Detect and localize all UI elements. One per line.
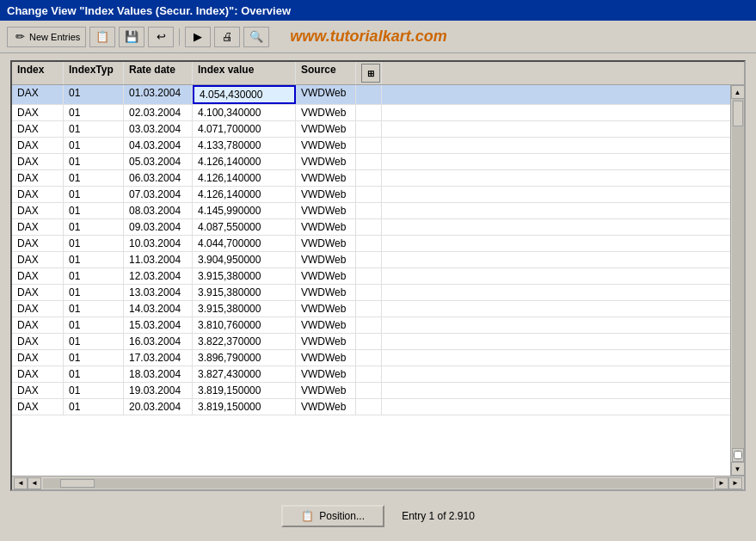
table-row[interactable]: DAX 01 15.03.2004 3.810,760000 VWDWeb	[12, 317, 730, 334]
cell-icon	[356, 334, 382, 349]
cell-icon	[356, 203, 382, 218]
table-row[interactable]: DAX 01 01.03.2004 4.054,430000 VWDWeb	[12, 85, 730, 105]
cell-source: VWDWeb	[296, 285, 356, 300]
scroll-down-button[interactable]: ▼	[731, 462, 745, 476]
cell-ratedate: 20.03.2004	[124, 399, 193, 415]
col-header-index: Index	[12, 62, 64, 84]
cell-indextyp: 01	[64, 85, 124, 104]
find-button[interactable]: 🔍	[243, 27, 269, 47]
table-row[interactable]: DAX 01 03.03.2004 4.071,700000 VWDWeb	[12, 121, 730, 138]
cell-ratedate: 16.03.2004	[124, 334, 193, 349]
execute-icon: ▶	[191, 30, 205, 44]
hscroll-prev-button[interactable]: ◄	[28, 477, 41, 489]
table-row[interactable]: DAX 01 19.03.2004 3.819,150000 VWDWeb	[12, 383, 730, 399]
column-chooser-button[interactable]: ⊞	[361, 64, 380, 83]
cell-source: VWDWeb	[296, 366, 356, 382]
cell-indextyp: 01	[64, 219, 124, 235]
cell-index: DAX	[12, 138, 64, 153]
new-entries-button[interactable]: ✏ New Entries	[7, 27, 86, 47]
cell-icon	[356, 268, 382, 284]
cell-source: VWDWeb	[296, 154, 356, 169]
position-button[interactable]: 📋 Position...	[281, 505, 384, 527]
scroll-checkbox[interactable]	[734, 451, 742, 459]
table-row[interactable]: DAX 01 14.03.2004 3.915,380000 VWDWeb	[12, 301, 730, 317]
table-row[interactable]: DAX 01 05.03.2004 4.126,140000 VWDWeb	[12, 154, 730, 170]
cell-source: VWDWeb	[296, 219, 356, 235]
table-row[interactable]: DAX 01 08.03.2004 4.145,990000 VWDWeb	[12, 203, 730, 219]
cell-indextyp: 01	[64, 203, 124, 218]
cell-indexvalue: 3.819,150000	[193, 383, 296, 398]
cell-indexvalue: 3.915,380000	[193, 268, 296, 284]
col-header-source: Source	[296, 62, 356, 84]
cell-indextyp: 01	[64, 285, 124, 300]
cell-index: DAX	[12, 285, 64, 300]
new-entries-label: New Entries	[29, 32, 80, 42]
cell-indexvalue: 4.133,780000	[193, 138, 296, 153]
table-row[interactable]: DAX 01 10.03.2004 4.044,700000 VWDWeb	[12, 236, 730, 252]
cell-icon	[356, 170, 382, 186]
copy-button[interactable]: 📋	[89, 27, 115, 47]
cell-ratedate: 17.03.2004	[124, 350, 193, 366]
scrollbar-header-space	[382, 62, 396, 84]
cell-index: DAX	[12, 105, 64, 120]
cell-icon	[356, 236, 382, 251]
cell-source: VWDWeb	[296, 85, 356, 104]
table-row[interactable]: DAX 01 07.03.2004 4.126,140000 VWDWeb	[12, 187, 730, 203]
hscroll-right-button[interactable]: ►	[728, 477, 742, 489]
cell-source: VWDWeb	[296, 105, 356, 120]
table-row[interactable]: DAX 01 20.03.2004 3.819,150000 VWDWeb	[12, 399, 730, 415]
print-button[interactable]: 🖨	[214, 27, 240, 47]
hscroll-thumb[interactable]	[60, 479, 95, 488]
table-row[interactable]: DAX 01 11.03.2004 3.904,950000 VWDWeb	[12, 252, 730, 268]
cell-icon	[356, 366, 382, 382]
cell-icon	[356, 85, 382, 104]
scroll-up-button[interactable]: ▲	[731, 85, 745, 99]
scroll-thumb[interactable]	[733, 101, 743, 126]
cell-index: DAX	[12, 268, 64, 284]
table-row[interactable]: DAX 01 06.03.2004 4.126,140000 VWDWeb	[12, 170, 730, 187]
table-row[interactable]: DAX 01 18.03.2004 3.827,430000 VWDWeb	[12, 366, 730, 383]
cell-source: VWDWeb	[296, 268, 356, 284]
cell-ratedate: 01.03.2004	[124, 85, 193, 104]
cell-ratedate: 19.03.2004	[124, 383, 193, 398]
hscroll-left-button[interactable]: ◄	[14, 477, 28, 489]
execute-button[interactable]: ▶	[185, 27, 211, 47]
cell-ratedate: 03.03.2004	[124, 121, 193, 137]
cell-icon	[356, 105, 382, 120]
cell-indexvalue: 4.145,990000	[193, 203, 296, 218]
back-icon: ↩	[154, 30, 168, 44]
cell-index: DAX	[12, 170, 64, 186]
cell-icon	[356, 317, 382, 333]
table-row[interactable]: DAX 01 12.03.2004 3.915,380000 VWDWeb	[12, 268, 730, 285]
data-table: Index IndexTyp Rate date Index value Sou…	[10, 60, 746, 491]
table-row[interactable]: DAX 01 04.03.2004 4.133,780000 VWDWeb	[12, 138, 730, 154]
table-body: DAX 01 01.03.2004 4.054,430000 VWDWeb DA…	[12, 85, 744, 476]
cell-indexvalue: 3.827,430000	[193, 366, 296, 382]
cell-icon	[356, 252, 382, 267]
title-bar: Change View "Index Values (Secur. Index)…	[0, 0, 756, 21]
col-header-indextyp: IndexTyp	[64, 62, 124, 84]
print-icon: 🖨	[220, 30, 234, 44]
table-row[interactable]: DAX 01 17.03.2004 3.896,790000 VWDWeb	[12, 350, 730, 366]
table-row[interactable]: DAX 01 09.03.2004 4.087,550000 VWDWeb	[12, 219, 730, 236]
cell-icon	[356, 285, 382, 300]
table-row[interactable]: DAX 01 16.03.2004 3.822,370000 VWDWeb	[12, 334, 730, 350]
table-row[interactable]: DAX 01 13.03.2004 3.915,380000 VWDWeb	[12, 285, 730, 301]
cell-index: DAX	[12, 366, 64, 382]
cell-index: DAX	[12, 317, 64, 333]
cell-index: DAX	[12, 219, 64, 235]
toolbar: ✏ New Entries 📋 💾 ↩ ▶ 🖨 🔍 www.tutorialka…	[0, 21, 756, 53]
cell-index: DAX	[12, 187, 64, 202]
cell-indextyp: 01	[64, 105, 124, 120]
cell-indexvalue: 4.054,430000	[193, 85, 296, 104]
scroll-track	[732, 99, 744, 448]
cell-indextyp: 01	[64, 366, 124, 382]
cell-index: DAX	[12, 399, 64, 415]
copy-icon: 📋	[95, 30, 109, 44]
hscroll-next-button[interactable]: ►	[715, 477, 728, 489]
vertical-scrollbar: ▲ ▼	[730, 85, 744, 476]
save-button[interactable]: 💾	[119, 27, 144, 47]
horizontal-scrollbar: ◄ ◄ ► ►	[12, 476, 744, 489]
table-row[interactable]: DAX 01 02.03.2004 4.100,340000 VWDWeb	[12, 105, 730, 121]
back-button[interactable]: ↩	[148, 27, 174, 47]
